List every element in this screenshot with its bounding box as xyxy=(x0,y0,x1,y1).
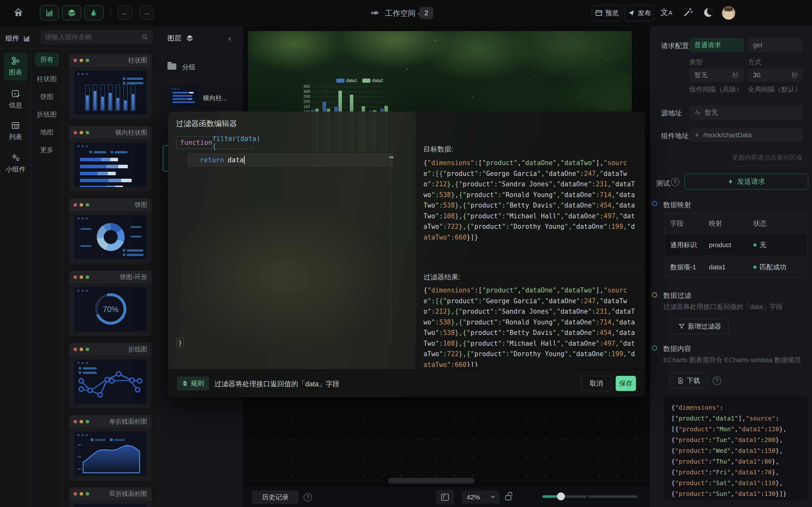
test-label: 测试 xyxy=(656,179,670,188)
card-title: 单折线面积图 xyxy=(109,417,147,426)
source-address-label: 源地址 xyxy=(661,108,682,118)
request-method-select[interactable]: get xyxy=(748,38,803,52)
component-card-area2[interactable]: 双折线面积图 xyxy=(69,487,152,507)
component-card-area[interactable]: 单折线面积图 xyxy=(69,415,152,481)
svg-text:A: A xyxy=(14,92,16,96)
sidebar-item-charts[interactable]: 图表 xyxy=(4,53,27,80)
send-request-button[interactable]: 发送请求 xyxy=(684,174,808,189)
top-bar: ← → 工作空间 - 2 预览 发布 文A xyxy=(0,0,812,26)
avatar[interactable] xyxy=(722,6,735,20)
language-icon[interactable]: 文A xyxy=(660,7,672,17)
card-preview xyxy=(74,143,147,187)
target-data-json: {"dimensions":["product","dataOne","data… xyxy=(423,158,638,243)
component-card-pie[interactable]: 饼图 xyxy=(69,199,152,264)
download-button[interactable]: 下载 xyxy=(670,373,708,388)
category-line[interactable]: 折线图 xyxy=(31,110,62,119)
card-title: 饼图-环形 xyxy=(119,273,147,281)
magic-wand-icon[interactable] xyxy=(682,7,693,18)
search-input[interactable]: 请输入组件名称 xyxy=(41,30,153,44)
component-interval-input[interactable]: 暂无秒 xyxy=(689,68,744,82)
home-icon[interactable] xyxy=(13,8,23,18)
unlock-icon[interactable] xyxy=(505,492,513,502)
y-axis-tick: 150 xyxy=(301,104,310,109)
data-content-json[interactable]: {"dimensions":["product","data1"],"sourc… xyxy=(664,397,808,500)
collapse-panel-icon[interactable]: ‹ xyxy=(229,34,231,43)
slider-thumb[interactable] xyxy=(557,493,565,500)
detail-panel-toggle[interactable] xyxy=(436,490,454,504)
data-mapping-table: 字段 映射 状态 通用标识 product 无 数据项-1 data1 匹配成功 xyxy=(664,213,808,278)
category-bar[interactable]: 柱状图 xyxy=(31,74,62,83)
table-row[interactable]: 数据项-1 data1 匹配成功 xyxy=(664,256,807,278)
request-type-select[interactable]: 普通请求 xyxy=(689,38,744,52)
mini-bars xyxy=(85,84,142,111)
category-pie[interactable]: 饼图 xyxy=(31,92,62,101)
search-placeholder: 请输入组件名称 xyxy=(45,33,138,42)
workspace-title[interactable]: 工作空间 - xyxy=(385,8,420,18)
y-axis-tick: 200 xyxy=(301,99,310,104)
layer-item-thumbnail[interactable] xyxy=(169,86,199,108)
source-address-input[interactable]: 暂无 xyxy=(689,105,803,120)
component-interval-label: 组件间隔（高级） xyxy=(689,85,743,94)
layers-mode-button[interactable] xyxy=(62,5,81,20)
sidebar-item-info[interactable]: A 信息 xyxy=(4,86,27,113)
category-map[interactable]: 地图 xyxy=(31,128,62,136)
save-button[interactable]: 保存 xyxy=(616,376,636,391)
card-preview xyxy=(74,70,147,115)
layer-item-label[interactable]: 横向柱... xyxy=(203,94,227,102)
document-icon xyxy=(182,380,188,387)
sidebar-item-list[interactable]: 列表 xyxy=(4,117,27,145)
panel-divider xyxy=(0,48,158,49)
card-title: 横向柱状图 xyxy=(115,128,147,137)
test-help-icon[interactable]: ? xyxy=(671,178,679,186)
canvas-footer-bar: 历史记录 ? 42% xyxy=(243,487,650,507)
card-preview xyxy=(74,432,147,476)
info-a-icon: A xyxy=(11,89,20,98)
help-icon[interactable]: ? xyxy=(304,493,312,502)
data-mapping-title: 数据映射 xyxy=(663,200,691,210)
zoom-select[interactable]: 42% xyxy=(462,491,500,504)
traffic-red xyxy=(73,59,77,62)
card-preview xyxy=(74,215,147,259)
add-filter-button[interactable]: 新增过滤器 xyxy=(670,319,729,334)
category-more[interactable]: 更多 xyxy=(31,146,62,154)
horizontal-scrollbar[interactable] xyxy=(388,478,474,484)
modal-footer: 规则 过滤器将处理接口返回值的「data」字段 取消 保存 xyxy=(168,369,645,397)
filter-result-label: 过滤器结果: xyxy=(423,273,460,282)
history-button[interactable]: 历史记录 xyxy=(252,491,299,504)
browser-icon xyxy=(595,9,603,17)
filter-mode-button[interactable] xyxy=(84,5,103,20)
sidebar-item-widgets[interactable]: 小组件 xyxy=(4,150,27,177)
download-help-icon[interactable]: ? xyxy=(713,377,721,385)
cancel-button[interactable]: 取消 xyxy=(581,376,611,391)
global-interval-input[interactable]: 30秒 xyxy=(748,68,803,82)
zoom-slider[interactable] xyxy=(542,495,638,498)
card-title: 双折线面积图 xyxy=(109,490,147,498)
prism-icon xyxy=(90,9,98,17)
card-header: 横向柱状图 xyxy=(69,126,152,139)
code-editor-current-line[interactable]: return data xyxy=(188,154,393,166)
fold-marker[interactable] xyxy=(389,157,394,158)
mini-area xyxy=(74,432,147,476)
card-header: 饼图-环形 xyxy=(69,271,152,283)
chart-mode-button[interactable] xyxy=(40,5,59,20)
sidebar-item-label: 信息 xyxy=(9,101,22,110)
modal-title: 过滤器函数编辑器 xyxy=(176,118,237,129)
toolbar-divider xyxy=(110,9,111,17)
preview-button[interactable]: 预览 xyxy=(592,5,622,21)
category-all[interactable]: 所有 xyxy=(35,53,59,66)
redo-button[interactable]: → xyxy=(140,6,154,20)
component-card-hbar[interactable]: 横向柱状图 xyxy=(69,126,152,191)
card-header: 柱状图 xyxy=(69,54,152,66)
publish-label: 发布 xyxy=(638,9,651,17)
undo-button[interactable]: ← xyxy=(118,6,132,20)
table-row[interactable]: 通用标识 product 无 xyxy=(664,233,807,256)
component-card-ring[interactable]: 饼图-环形 70% xyxy=(69,271,152,336)
layer-group-label[interactable]: 分组 xyxy=(182,63,195,72)
publish-button[interactable]: 发布 xyxy=(624,5,654,21)
component-card-bar[interactable]: 柱状图 xyxy=(69,54,152,119)
component-card-line[interactable]: 折线图 xyxy=(69,343,152,408)
component-address-input[interactable]: /mock/chartData xyxy=(689,128,803,142)
table-header-row: 字段 映射 状态 xyxy=(664,213,807,233)
dark-mode-icon[interactable] xyxy=(704,8,713,17)
sidebar-item-label: 列表 xyxy=(9,132,22,141)
